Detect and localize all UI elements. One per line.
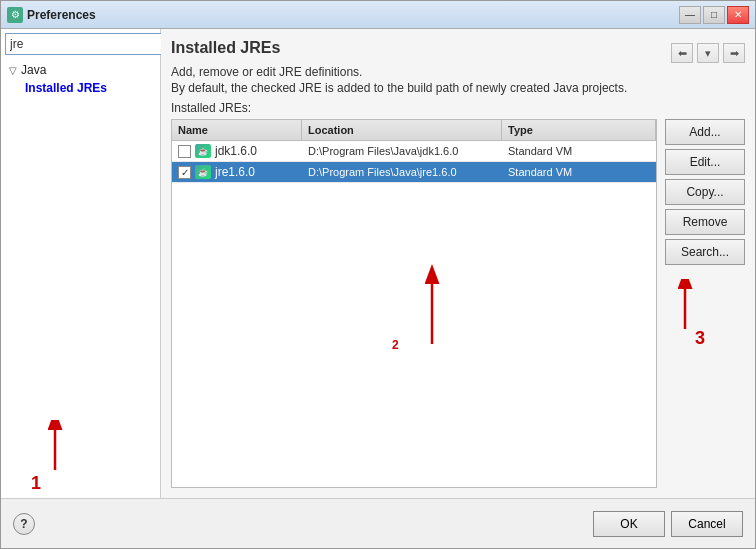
preferences-window: ⚙ Preferences — □ ✕ ▦ ▽ Java Inst (0, 0, 756, 549)
installed-jres-label: Installed JREs (25, 81, 107, 95)
annotation-arrow-1 (15, 420, 85, 480)
panel-title: Installed JREs (171, 39, 280, 57)
add-button[interactable]: Add... (665, 119, 745, 145)
cancel-button[interactable]: Cancel (671, 511, 743, 537)
row1-name-cell: ☕ jdk1.6.0 (172, 141, 302, 161)
row1-type: Standard VM (502, 142, 656, 160)
java-label: Java (21, 63, 46, 77)
table-header: Name Location Type (172, 120, 656, 141)
ok-button[interactable]: OK (593, 511, 665, 537)
table-label: Installed JREs: (171, 101, 745, 115)
right-panel: Installed JREs ⬅ ▾ ➡ Add, remove or edit… (161, 29, 755, 498)
annotation-1-area: 1 (15, 420, 156, 494)
row2-name: jre1.6.0 (215, 165, 255, 179)
row1-jre-icon: ☕ (195, 144, 211, 158)
col-header-location: Location (302, 120, 502, 140)
table-row[interactable]: ☕ jdk1.6.0 D:\Program Files\Java\jdk1.6.… (172, 141, 656, 162)
expand-icon: ▽ (9, 65, 17, 76)
search-row: ▦ (5, 33, 156, 55)
tree-item-java[interactable]: ▽ Java (5, 61, 156, 79)
maximize-button[interactable]: □ (703, 6, 725, 24)
table-body: ☕ jdk1.6.0 D:\Program Files\Java\jdk1.6.… (172, 141, 656, 314)
title-bar-left: ⚙ Preferences (7, 7, 96, 23)
row1-location: D:\Program Files\Java\jdk1.6.0 (302, 142, 502, 160)
panel-title-group: Installed JREs (171, 39, 280, 65)
bottom-left: ? (13, 513, 35, 535)
panel-description-1: Add, remove or edit JRE definitions. (171, 65, 745, 79)
row2-type: Standard VM (502, 163, 656, 181)
tree: ▽ Java Installed JREs (5, 61, 156, 410)
window-title: Preferences (27, 8, 96, 22)
dropdown-button[interactable]: ▾ (697, 43, 719, 63)
search-input[interactable] (5, 33, 165, 55)
annotation-3-area: 3 (665, 279, 745, 349)
forward-button[interactable]: ➡ (723, 43, 745, 63)
close-button[interactable]: ✕ (727, 6, 749, 24)
search-button[interactable]: Search... (665, 239, 745, 265)
row2-jre-icon: ☕ (195, 165, 211, 179)
back-button[interactable]: ⬅ (671, 43, 693, 63)
col-header-type: Type (502, 120, 656, 140)
nav-arrows: ⬅ ▾ ➡ (671, 43, 745, 63)
svg-text:2: 2 (392, 338, 399, 352)
col-header-name: Name (172, 120, 302, 140)
title-bar: ⚙ Preferences — □ ✕ (1, 1, 755, 29)
row1-checkbox[interactable] (178, 145, 191, 158)
panel-description-2: By default, the checked JRE is added to … (171, 81, 745, 95)
left-panel: ▦ ▽ Java Installed JREs (1, 29, 161, 498)
jre-table: Name Location Type ☕ jdk1.6.0 D:\Pr (171, 119, 657, 488)
title-controls: — □ ✕ (679, 6, 749, 24)
tree-child: Installed JREs (5, 79, 156, 97)
remove-button[interactable]: Remove (665, 209, 745, 235)
table-annotation-area: 2 (172, 314, 656, 487)
bottom-bar: ? OK Cancel (1, 498, 755, 548)
copy-button[interactable]: Copy... (665, 179, 745, 205)
bottom-right: OK Cancel (593, 511, 743, 537)
row2-name-cell: ☕ jre1.6.0 (172, 162, 302, 182)
minimize-button[interactable]: — (679, 6, 701, 24)
table-row[interactable]: ☕ jre1.6.0 D:\Program Files\Java\jre1.6.… (172, 162, 656, 183)
tree-item-installed-jres[interactable]: Installed JREs (21, 79, 156, 97)
right-panel-header: Installed JREs ⬅ ▾ ➡ (171, 39, 745, 65)
help-button[interactable]: ? (13, 513, 35, 535)
window-icon: ⚙ (7, 7, 23, 23)
buttons-panel: Add... Edit... Copy... Remove Search... (665, 119, 745, 488)
main-area: Name Location Type ☕ jdk1.6.0 D:\Pr (171, 119, 745, 488)
row2-location: D:\Program Files\Java\jre1.6.0 (302, 163, 502, 181)
row2-checkbox[interactable] (178, 166, 191, 179)
main-panels: ▦ ▽ Java Installed JREs (1, 29, 755, 498)
row1-name: jdk1.6.0 (215, 144, 257, 158)
edit-button[interactable]: Edit... (665, 149, 745, 175)
